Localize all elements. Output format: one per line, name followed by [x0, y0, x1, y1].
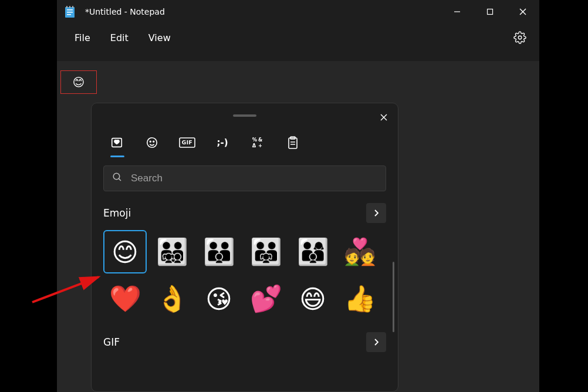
svg-rect-6: [72, 6, 73, 8]
emoji-cell[interactable]: 💑: [338, 230, 381, 273]
emoji-cell[interactable]: 💕: [244, 277, 288, 320]
notepad-icon: [65, 6, 75, 18]
emoji-section-header: Emoji: [103, 203, 386, 223]
emoji-section-more-button[interactable]: [366, 203, 386, 223]
menu-edit[interactable]: Edit: [102, 29, 137, 47]
search-icon: [112, 172, 123, 185]
emoji-cell[interactable]: 😘: [197, 277, 241, 320]
window-title: *Untitled - Notepad: [85, 7, 441, 16]
gif-section-title: GIF: [103, 336, 120, 348]
search-row: [92, 156, 398, 195]
emoji-cell[interactable]: 👨‍👨‍👧‍👦: [150, 230, 194, 273]
emoji-section: Emoji 😊 👨‍👨‍👧‍👦 👨‍👨‍👦 👨‍👨‍👧 👨‍👩‍👦 💑 ❤️ 👌…: [92, 195, 398, 320]
panel-close-button[interactable]: [374, 108, 393, 127]
search-box[interactable]: [103, 165, 386, 191]
emoji-cell[interactable]: 👨‍👩‍👦: [291, 230, 334, 273]
svg-rect-1: [67, 9, 73, 11]
svg-point-11: [518, 36, 522, 39]
svg-point-27: [113, 173, 120, 180]
svg-text:%: %: [252, 137, 257, 143]
svg-point-17: [153, 141, 154, 142]
svg-rect-2: [67, 12, 73, 13]
svg-point-15: [147, 138, 157, 148]
gif-label: GIF: [182, 140, 192, 146]
svg-rect-4: [66, 6, 67, 8]
minimize-button[interactable]: [441, 0, 474, 23]
svg-line-28: [119, 178, 121, 181]
svg-rect-8: [488, 9, 493, 15]
gif-section-more-button[interactable]: [366, 332, 386, 352]
kaomoji-label: ;-): [217, 137, 228, 148]
emoji-cell[interactable]: ❤️: [103, 277, 147, 320]
scrollbar[interactable]: [393, 262, 394, 332]
maximize-button[interactable]: [474, 0, 506, 23]
panel-header: [92, 103, 398, 128]
menu-view[interactable]: View: [140, 29, 179, 47]
svg-text:+: +: [258, 143, 262, 148]
emoji-cell[interactable]: 😊: [103, 230, 147, 273]
tab-gif[interactable]: GIF: [175, 130, 200, 155]
emoji-grid: 😊 👨‍👨‍👧‍👦 👨‍👨‍👦 👨‍👨‍👧 👨‍👩‍👦 💑 ❤️ 👌 😘 💕 😄…: [103, 230, 386, 320]
svg-rect-3: [67, 14, 71, 15]
tab-emoji[interactable]: [140, 130, 164, 155]
menu-file[interactable]: File: [66, 29, 99, 47]
settings-button[interactable]: [510, 28, 530, 48]
emoji-picker-panel: GIF ;-) % & Δ +: [91, 103, 398, 392]
menubar: File Edit View: [57, 23, 539, 52]
svg-point-16: [150, 141, 151, 142]
svg-rect-5: [69, 6, 70, 8]
emoji-cell[interactable]: 👍: [338, 277, 381, 320]
search-input[interactable]: [131, 173, 377, 184]
inserted-emoji: 😊: [73, 75, 85, 89]
svg-text:Δ: Δ: [252, 143, 256, 148]
svg-text:&: &: [258, 137, 262, 143]
emoji-cell[interactable]: 👌: [150, 277, 194, 320]
emoji-cell[interactable]: 👨‍👨‍👧: [244, 230, 288, 273]
close-button[interactable]: [506, 0, 539, 23]
tab-symbols[interactable]: % & Δ +: [245, 130, 270, 155]
drag-handle[interactable]: [233, 114, 256, 117]
gif-section-header: GIF: [103, 332, 386, 352]
emoji-section-title: Emoji: [103, 207, 131, 219]
titlebar: *Untitled - Notepad: [57, 0, 539, 23]
window-controls: [441, 0, 539, 23]
panel-tabs: GIF ;-) % & Δ +: [92, 128, 398, 156]
tab-recent[interactable]: [104, 130, 129, 155]
emoji-cell[interactable]: 👨‍👨‍👦: [197, 230, 241, 273]
tab-clipboard[interactable]: [281, 130, 305, 155]
emoji-cell[interactable]: 😄: [291, 277, 334, 320]
gif-section: GIF: [92, 320, 398, 352]
tab-kaomoji[interactable]: ;-): [210, 130, 235, 155]
inserted-emoji-highlight: 😊: [60, 70, 97, 94]
